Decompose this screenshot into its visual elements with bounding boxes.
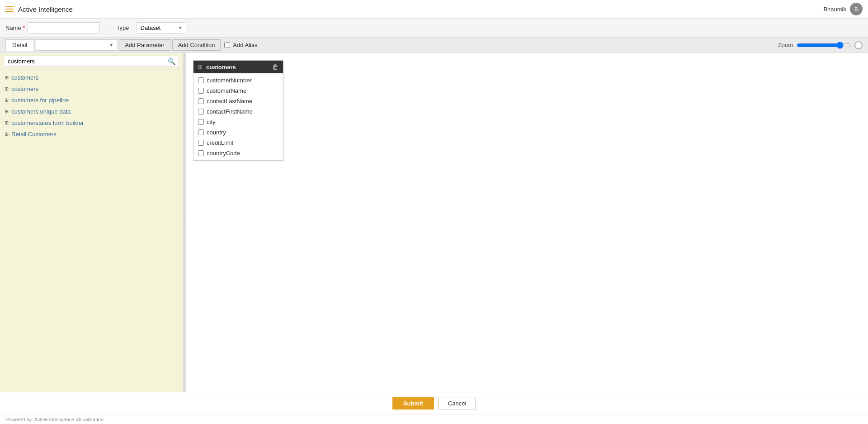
nav-user: Bhaumik B [823,3,863,15]
left-list-item[interactable]: ⊞customers for pipeline [0,95,183,106]
main-content: 🔍 ⊞customers⊞customers⊞customers for pip… [0,53,868,392]
grid-icon: ⊞ [5,86,9,92]
footer: Powered by: Active Intelligence Visualiz… [0,414,868,424]
zoom-wrapper: Zoom [778,41,863,49]
bottom-bar: Submit Cancel [0,392,868,414]
field-name: creditLimit [207,139,233,146]
list-item-label: customers for pipeline [11,97,69,104]
left-list-item[interactable]: ⊞customers [0,83,183,95]
field-checkbox[interactable] [198,129,204,135]
add-condition-button[interactable]: Add Condition [172,39,221,51]
field-row: customerName [193,86,283,96]
list-item-label: customers [11,86,38,92]
field-checkbox[interactable] [198,150,204,156]
field-name: customerName [207,87,246,94]
field-checkbox[interactable] [198,98,204,104]
field-checkbox[interactable] [198,109,204,114]
submit-button[interactable]: Submit [392,397,434,410]
search-box-wrapper: 🔍 [0,53,183,70]
field-name: countryCode [207,150,240,157]
field-checkbox[interactable] [198,77,204,83]
left-list-item[interactable]: ⊞customerstates form builder [0,117,183,129]
field-name: city [207,119,216,125]
nav-left: Active Intelligence [5,5,73,13]
dataset-header: ⊞ customers 🗑 [193,61,283,73]
form-row: Name * Type Dataset Query Table ▼ [0,19,868,38]
name-input[interactable] [28,22,100,33]
add-alias-checkbox[interactable] [224,42,230,48]
field-row: city [193,117,283,127]
field-row: contactLastName [193,96,283,106]
field-checkbox[interactable] [198,140,204,146]
list-item-label: customers unique data [11,108,71,115]
alias-wrapper: Add Alias [224,42,257,48]
zoom-circle-icon [854,41,863,49]
nav-bar: Active Intelligence Bhaumik B [0,0,868,19]
right-panel: ⊞ customers 🗑 customerNumbercustomerName… [186,53,868,392]
required-marker: * [23,24,25,31]
field-name: contactFirstName [207,108,253,115]
grid-icon: ⊞ [5,75,9,81]
list-item-label: Retail Customers [11,131,57,138]
field-name: contactLastName [207,98,252,105]
app-title: Active Intelligence [18,5,73,13]
name-field: Name * [5,22,100,33]
footer-text: Powered by: Active Intelligence Visualiz… [5,417,104,422]
detail-tab[interactable]: Detail [5,39,34,51]
type-label: Type [116,24,129,31]
user-name: Bhaumik [823,6,846,13]
grid-icon: ⊞ [5,97,9,103]
parameter-select[interactable] [36,39,117,51]
dataset-title: customers [206,64,236,71]
dataset-fields: customerNumbercustomerNamecontactLastNam… [193,73,283,160]
field-row: country [193,127,283,138]
left-list-item[interactable]: ⊞customers [0,72,183,83]
left-panel: 🔍 ⊞customers⊞customers⊞customers for pip… [0,53,183,392]
dataset-card: ⊞ customers 🗑 customerNumbercustomerName… [193,60,283,161]
field-row: countryCode [193,148,283,158]
field-checkbox[interactable] [198,119,204,125]
zoom-label: Zoom [778,42,793,48]
field-name: customerNumber [207,77,252,84]
field-row: contactFirstName [193,106,283,117]
avatar: B [850,3,863,15]
parameter-select-wrapper: ▼ [36,39,117,51]
cancel-button[interactable]: Cancel [439,397,476,410]
name-label: Name * [5,24,25,31]
grid-icon: ⊞ [5,131,9,137]
search-icon: 🔍 [168,58,175,65]
type-select[interactable]: Dataset Query Table [137,22,186,33]
dataset-header-left: ⊞ customers [198,64,236,71]
list-item-label: customers [11,74,38,81]
zoom-slider[interactable] [797,42,851,49]
search-input[interactable] [4,56,179,67]
grid-icon: ⊞ [5,120,9,126]
grid-icon: ⊞ [5,109,9,114]
add-alias-label: Add Alias [233,42,257,48]
toolbar: Detail ▼ Add Parameter Add Condition Add… [0,38,868,53]
hamburger-icon[interactable] [5,6,14,12]
type-select-wrapper: Dataset Query Table ▼ [137,22,186,33]
delete-dataset-button[interactable]: 🗑 [272,63,278,71]
field-checkbox[interactable] [198,88,204,94]
field-row: customerNumber [193,75,283,86]
left-list: ⊞customers⊞customers⊞customers for pipel… [0,70,183,392]
dataset-grid-icon: ⊞ [198,64,203,70]
field-row: creditLimit [193,138,283,148]
left-list-item[interactable]: ⊞Retail Customers [0,129,183,140]
field-name: country [207,129,226,136]
add-parameter-button[interactable]: Add Parameter [119,39,170,51]
left-list-item[interactable]: ⊞customers unique data [0,106,183,117]
list-item-label: customerstates form builder [11,119,84,126]
